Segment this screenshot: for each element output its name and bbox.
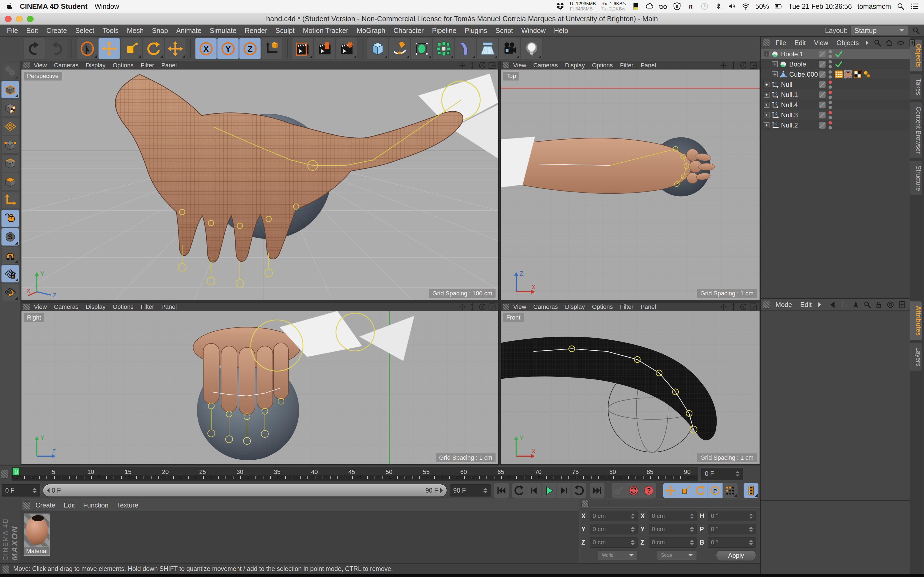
y-axis-lock-button[interactable]: Y (217, 38, 239, 60)
current-user[interactable]: tomasmcm (858, 2, 891, 10)
layer-color-toggle-icon[interactable] (818, 81, 826, 89)
spinner-arrows[interactable] (628, 514, 635, 519)
nav-up-icon[interactable] (852, 301, 860, 309)
wifi-icon[interactable] (741, 2, 750, 11)
object-row[interactable]: +0Null.4 (761, 100, 910, 110)
bluetooth-icon[interactable] (714, 2, 722, 11)
layer-color-toggle-icon[interactable] (818, 50, 826, 58)
pan-icon[interactable] (719, 303, 728, 311)
workplane-mode-button[interactable] (2, 118, 19, 135)
key-rotation-button[interactable] (693, 483, 708, 498)
last-tool-button[interactable] (165, 38, 186, 60)
coord-field[interactable]: 0 ° (708, 511, 756, 521)
lock-workplane-button[interactable] (2, 265, 19, 282)
preview-range-slider[interactable]: 0 F 90 F (43, 484, 447, 497)
goto-next-key-button[interactable] (572, 483, 586, 498)
viewport-menu-item[interactable]: Filter (617, 62, 637, 69)
orbit-icon[interactable] (478, 303, 486, 311)
window-titlebar[interactable]: hand.c4d * (Student Version - Non-Commer… (0, 13, 924, 25)
app-menu-item[interactable]: Motion Tracker (299, 27, 352, 34)
viewport-label[interactable]: Top (503, 72, 519, 81)
app-menu-item[interactable]: Character (389, 27, 428, 34)
visibility-dots[interactable] (829, 60, 832, 68)
timeline-ruler[interactable]: 051015202530354045505560657075808590 (11, 467, 698, 481)
z-axis-lock-button[interactable]: Z (239, 38, 261, 60)
coordinate-system-button[interactable] (261, 38, 283, 60)
make-preview-button[interactable] (744, 483, 758, 498)
active-app-name[interactable]: CINEMA 4D Student (20, 2, 87, 11)
maximize-icon[interactable] (749, 303, 758, 311)
tree-expander-icon[interactable]: - (764, 51, 769, 57)
app-menu-item[interactable]: Sculpt (271, 27, 299, 34)
search-icon[interactable] (873, 39, 882, 47)
tree-expander-icon[interactable]: + (764, 82, 769, 87)
object-label[interactable]: Null.3 (781, 111, 798, 119)
eye-icon[interactable] (897, 39, 905, 47)
mograph-button[interactable] (433, 38, 454, 60)
object-row[interactable]: +0Null.3 (761, 110, 910, 120)
coord-field[interactable]: 0 cm (649, 511, 697, 521)
panel-grip[interactable] (502, 304, 510, 310)
viewport-label[interactable]: Right (24, 313, 44, 322)
viewport-menu-item[interactable]: View (30, 62, 50, 69)
range-start-field[interactable]: 0 F (2, 484, 40, 496)
tree-expander-icon[interactable]: + (764, 112, 769, 118)
move-button[interactable] (99, 38, 120, 60)
object-label[interactable]: Null.4 (781, 101, 798, 109)
joint-weight-tag-icon[interactable] (863, 70, 871, 79)
object-manager-menu-item[interactable]: Edit (790, 39, 810, 47)
pan-icon[interactable] (458, 61, 467, 69)
panel-tab-content-browser[interactable]: Content Browser (910, 102, 922, 158)
viewport-canvas[interactable]: Top Grid Spacing : 1 cm Z X (501, 69, 759, 300)
spotlight-icon[interactable] (897, 2, 905, 11)
panel-tab-attributes[interactable]: Attributes (910, 301, 922, 340)
viewport-menu-item[interactable]: View (30, 303, 50, 310)
viewport-canvas[interactable]: Right Grid Spacing : 1 cm Y Z (21, 311, 498, 464)
coord-field[interactable]: 0 ° (708, 524, 756, 534)
panel-grip[interactable] (763, 39, 770, 47)
viewport-menu-item[interactable]: Panel (158, 303, 180, 310)
redo-button[interactable] (46, 38, 67, 60)
make-editable-button[interactable] (2, 62, 19, 80)
app-menu-item[interactable]: Help (550, 27, 572, 34)
viewport-menu-item[interactable]: Filter (617, 303, 637, 310)
autokey-button[interactable] (627, 483, 641, 498)
app-menu-item[interactable]: Pipeline (428, 27, 460, 34)
x-axis-lock-button[interactable]: X (195, 38, 217, 60)
material-thumbnail[interactable] (24, 514, 50, 547)
render-view-button[interactable] (292, 38, 313, 60)
viewport-menu-item[interactable]: Filter (137, 62, 158, 69)
object-label[interactable]: Null.2 (781, 121, 798, 129)
shield-icon[interactable]: S (673, 2, 681, 11)
object-label[interactable]: Null.1 (781, 91, 798, 98)
tree-expander-icon[interactable]: + (764, 92, 769, 98)
layout-dropdown[interactable]: Startup (850, 26, 908, 35)
visibility-dots[interactable] (829, 81, 832, 89)
search-icon[interactable] (863, 301, 871, 309)
texture-mode-button[interactable] (2, 99, 19, 117)
object-manager-menu-item[interactable]: View (810, 39, 832, 47)
object-label[interactable]: Boole.1 (781, 50, 803, 58)
layer-color-toggle-icon[interactable] (818, 91, 826, 99)
cloud-icon[interactable] (645, 2, 654, 11)
edges-mode-button[interactable] (2, 155, 19, 172)
viewport-menu-item[interactable]: Display (82, 303, 109, 310)
layer-color-toggle-icon[interactable] (818, 121, 826, 129)
object-label[interactable]: Null (781, 81, 792, 89)
viewport-menu-item[interactable]: Options (588, 303, 617, 310)
viewport-menu-item[interactable]: Cameras (50, 303, 82, 310)
material-name[interactable]: Material (24, 547, 50, 556)
app-menu-item[interactable]: Mesh (123, 27, 148, 34)
subdivision-surface-button[interactable] (411, 38, 432, 60)
next-frame-button[interactable] (557, 483, 572, 498)
spinner-arrows[interactable] (628, 527, 635, 532)
target-icon[interactable] (886, 301, 895, 309)
axis-mode-button[interactable] (2, 191, 19, 209)
render-settings-button[interactable] (336, 38, 357, 60)
add-cube-button[interactable] (367, 38, 388, 60)
volume-icon[interactable] (728, 2, 736, 11)
visibility-dots[interactable] (829, 121, 832, 129)
maximize-icon[interactable] (749, 61, 758, 69)
uvw-tag-icon[interactable] (853, 70, 862, 79)
goto-prev-key-button[interactable] (512, 483, 527, 498)
